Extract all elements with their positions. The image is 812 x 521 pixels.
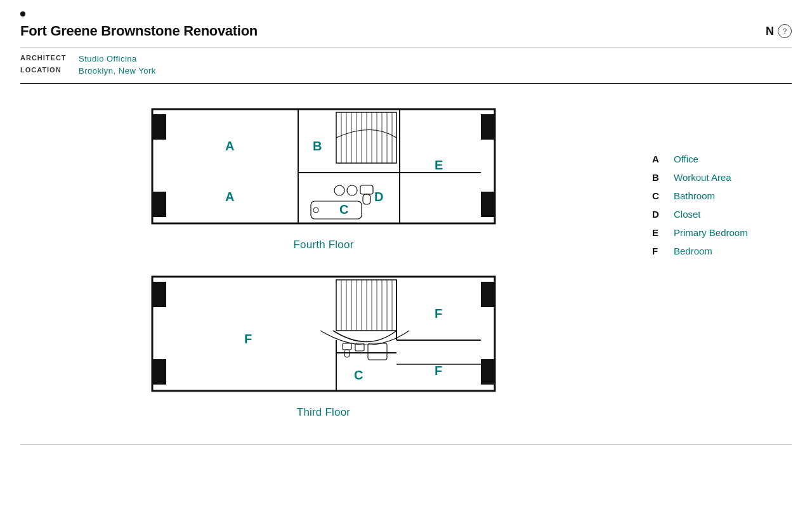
legend-item-c: C Bathroom	[652, 190, 792, 201]
svg-rect-38	[481, 282, 495, 307]
bottom-divider	[20, 444, 792, 445]
meta-section: ARCHITECT Studio Officina LOCATION Brook…	[20, 48, 792, 83]
svg-text:F: F	[435, 307, 442, 320]
header-dot	[20, 11, 25, 16]
svg-rect-35	[152, 277, 495, 391]
svg-rect-24	[360, 185, 373, 194]
svg-rect-59	[368, 343, 387, 360]
floor-plans-section: A A B C D E Fourth Floor	[20, 103, 627, 419]
architect-value: Studio Officina	[79, 54, 137, 63]
legend-key-f: F	[652, 246, 665, 256]
legend-val-a: Office	[674, 154, 698, 164]
legend-item-f: F Bedroom	[652, 246, 792, 256]
svg-point-27	[313, 208, 318, 213]
north-circle-icon: ?	[778, 24, 792, 38]
third-floor-label: Third Floor	[297, 406, 350, 419]
legend-val-d: Closet	[674, 209, 701, 220]
third-floor-block: F F F C Third Floor	[146, 270, 501, 419]
svg-text:E: E	[435, 158, 443, 172]
svg-rect-0	[152, 109, 495, 223]
svg-point-22	[334, 185, 344, 195]
legend-item-e: E Primary Bedroom	[652, 227, 792, 238]
legend-key-a: A	[652, 154, 665, 164]
location-value: Brooklyn, New York	[79, 66, 156, 76]
svg-text:C: C	[339, 202, 348, 216]
fourth-floor-block: A A B C D E Fourth Floor	[146, 103, 501, 251]
legend-key-d: D	[652, 209, 665, 220]
location-label: LOCATION	[20, 66, 71, 76]
north-indicator: N ?	[766, 24, 792, 38]
third-floor-plan: F F F C	[146, 270, 501, 397]
svg-text:F: F	[435, 364, 442, 378]
legend-val-f: Bedroom	[674, 246, 712, 256]
svg-text:D: D	[374, 190, 383, 204]
legend-val-e: Primary Bedroom	[674, 227, 748, 238]
svg-rect-39	[481, 359, 495, 385]
legend-key-c: C	[652, 190, 665, 201]
svg-rect-2	[152, 192, 166, 217]
legend-val-c: Bathroom	[674, 190, 715, 201]
architect-label: ARCHITECT	[20, 54, 71, 63]
svg-rect-4	[481, 192, 495, 217]
svg-text:B: B	[313, 139, 322, 153]
legend-section: A Office B Workout Area C Bathroom D Clo…	[652, 103, 792, 419]
svg-point-23	[347, 185, 357, 195]
legend-key-b: B	[652, 172, 665, 183]
svg-rect-40	[336, 280, 396, 331]
north-label: N	[766, 25, 774, 38]
svg-rect-56	[343, 343, 351, 350]
page-title: Fort Greene Brownstone Renovation	[20, 23, 258, 39]
svg-text:C: C	[354, 368, 363, 382]
svg-rect-36	[152, 282, 166, 307]
svg-rect-1	[152, 114, 166, 140]
svg-text:A: A	[225, 190, 234, 204]
legend-val-b: Workout Area	[674, 172, 731, 183]
fourth-floor-plan: A A B C D E	[146, 103, 501, 230]
svg-rect-10	[336, 112, 396, 163]
legend-item-b: B Workout Area	[652, 172, 792, 183]
svg-rect-37	[152, 359, 166, 385]
legend-item-a: A Office	[652, 154, 792, 164]
svg-rect-25	[363, 194, 370, 204]
svg-text:A: A	[225, 139, 234, 153]
legend-key-e: E	[652, 227, 665, 238]
legend-item-d: D Closet	[652, 209, 792, 220]
svg-rect-3	[481, 114, 495, 140]
fourth-floor-label: Fourth Floor	[294, 239, 354, 251]
svg-text:F: F	[244, 332, 252, 346]
